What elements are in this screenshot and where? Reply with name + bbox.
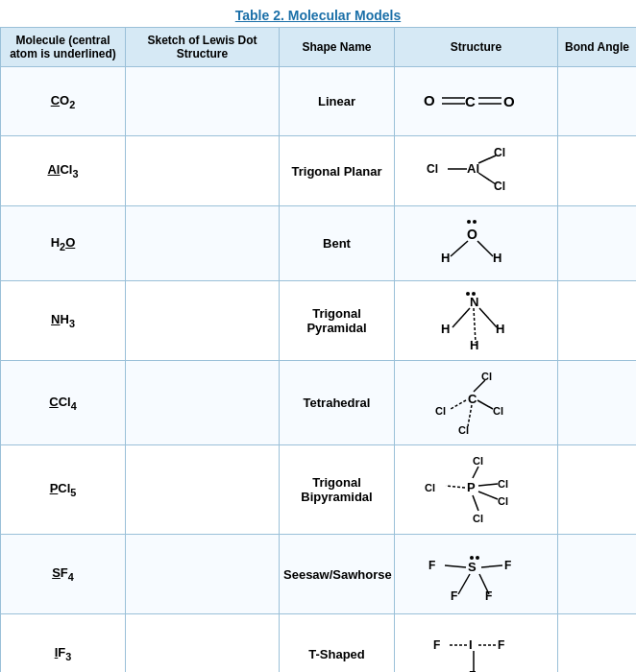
bond-h2o <box>558 206 637 281</box>
sketch-nh3 <box>126 281 280 361</box>
molecule-co2: CO2 <box>1 67 126 136</box>
svg-text:H: H <box>441 251 450 265</box>
molecule-ccl4: CCl4 <box>1 361 126 445</box>
svg-text:H: H <box>441 322 450 336</box>
svg-line-18 <box>451 241 468 256</box>
svg-text:Cl: Cl <box>493 405 503 417</box>
svg-text:C: C <box>468 392 477 406</box>
shape-h2o: Bent <box>280 206 395 281</box>
molecule-if3: IF3 <box>1 614 126 673</box>
bond-pcl5 <box>558 445 637 535</box>
svg-point-23 <box>472 292 476 296</box>
structure-h2o: O H H <box>395 206 558 281</box>
structure-ccl4: C Cl Cl Cl Cl <box>395 361 558 445</box>
svg-line-9 <box>478 156 496 163</box>
svg-point-51 <box>470 556 474 560</box>
structure-co2: O C O <box>395 67 558 136</box>
svg-text:N: N <box>470 295 478 309</box>
svg-line-45 <box>446 486 465 488</box>
molecule-h2o: H2O <box>1 206 126 281</box>
svg-text:I: I <box>469 637 473 652</box>
sketch-co2 <box>126 67 280 136</box>
header-structure: Structure <box>395 28 558 67</box>
molecule-nh3: NH3 <box>1 281 126 361</box>
svg-text:Cl: Cl <box>498 478 508 490</box>
header-molecule: Molecule (central atom is underlined) <box>1 28 126 67</box>
svg-text:F: F <box>485 589 492 603</box>
svg-text:P: P <box>467 480 476 494</box>
svg-text:F: F <box>451 589 457 603</box>
structure-nh3: N H H H <box>395 281 558 361</box>
structure-if3: I F F F <box>395 614 558 673</box>
molecule-sf4: SF4 <box>1 535 126 614</box>
sketch-if3 <box>126 614 280 673</box>
svg-point-15 <box>467 220 471 224</box>
svg-text:H: H <box>470 338 478 352</box>
svg-text:Cl: Cl <box>427 162 438 176</box>
svg-text:H: H <box>493 251 501 265</box>
svg-line-60 <box>479 574 489 594</box>
shape-pcl5: Trigonal Bipyramidal <box>280 445 395 535</box>
svg-text:F: F <box>504 559 511 572</box>
sketch-sf4 <box>126 535 280 614</box>
molecule-pcl5: PCl5 <box>1 445 126 535</box>
svg-line-20 <box>477 241 493 256</box>
sketch-alcl3 <box>126 136 280 206</box>
table-row: IF3 T-Shaped I F F <box>1 614 637 673</box>
shape-nh3: Trigonal Pyramidal <box>280 281 395 361</box>
svg-text:Cl: Cl <box>494 146 505 159</box>
page-title: Table 2. Molecular Models <box>0 0 636 27</box>
molecular-models-table: Molecule (central atom is underlined) Sk… <box>0 27 636 672</box>
svg-text:Cl: Cl <box>425 482 435 493</box>
svg-text:F: F <box>428 559 435 572</box>
svg-line-36 <box>477 400 493 409</box>
bond-alcl3 <box>558 136 637 206</box>
svg-text:Cl: Cl <box>494 180 505 193</box>
bond-if3 <box>558 614 637 673</box>
svg-text:Cl: Cl <box>473 513 483 524</box>
table-row: CO2 Linear O C O <box>1 67 637 136</box>
sketch-ccl4 <box>126 361 280 445</box>
svg-line-41 <box>473 467 478 478</box>
svg-text:C: C <box>465 93 476 109</box>
svg-line-47 <box>478 484 498 486</box>
shape-ccl4: Tetrahedral <box>280 361 395 445</box>
svg-point-22 <box>466 292 470 296</box>
svg-text:F: F <box>433 638 440 652</box>
svg-line-56 <box>481 565 502 567</box>
header-sketch: Sketch of Lewis Dot Structure <box>126 28 280 67</box>
structure-pcl5: P Cl Cl Cl Cl Cl <box>395 445 558 535</box>
svg-line-43 <box>473 495 478 511</box>
svg-line-25 <box>453 308 470 327</box>
svg-point-16 <box>473 220 477 224</box>
table-row: PCl5 Trigonal Bipyramidal P Cl Cl <box>1 445 637 535</box>
svg-text:S: S <box>468 560 477 574</box>
table-row: SF4 Seesaw/Sawhorse S F <box>1 535 637 614</box>
svg-text:F: F <box>498 638 504 652</box>
header-bond: Bond Angle <box>558 28 637 67</box>
svg-point-52 <box>476 556 479 560</box>
table-row: H2O Bent O H <box>1 206 637 281</box>
bond-sf4 <box>558 535 637 614</box>
shape-co2: Linear <box>280 67 395 136</box>
svg-text:O: O <box>424 92 435 108</box>
structure-sf4: S F F F F <box>395 535 558 614</box>
sketch-h2o <box>126 206 280 281</box>
svg-text:H: H <box>496 322 504 336</box>
svg-text:Cl: Cl <box>435 405 446 417</box>
svg-line-32 <box>474 380 485 392</box>
sketch-pcl5 <box>126 445 280 535</box>
svg-line-34 <box>451 400 466 409</box>
header-shape: Shape Name <box>280 28 395 67</box>
svg-text:O: O <box>503 93 515 109</box>
svg-text:O: O <box>467 227 477 242</box>
svg-line-29 <box>479 308 497 327</box>
svg-text:Cl: Cl <box>481 371 492 382</box>
bond-co2 <box>558 67 637 136</box>
molecule-alcl3: AlCl3 <box>1 136 126 206</box>
bond-nh3 <box>558 281 637 361</box>
svg-line-49 <box>478 492 498 499</box>
svg-line-58 <box>458 574 470 594</box>
table-row: NH3 Trigonal Pyramidal N H <box>1 281 637 361</box>
svg-text:Al: Al <box>467 161 479 176</box>
